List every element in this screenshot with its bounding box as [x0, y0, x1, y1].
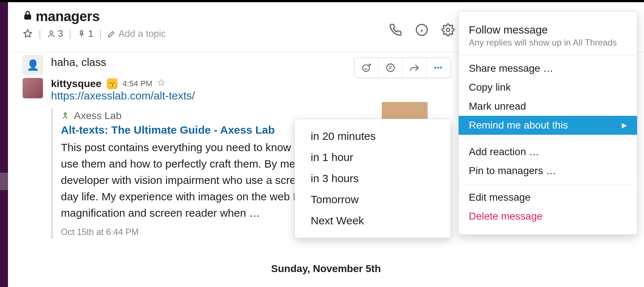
pin-message[interactable]: Pin to managers … — [459, 161, 637, 180]
username[interactable]: kittysquee — [51, 78, 102, 90]
svg-point-4 — [64, 113, 66, 115]
share-button[interactable] — [402, 58, 427, 78]
mark-unread[interactable]: Mark unread — [459, 97, 637, 116]
follow-message-subtitle: Any replies will show up in All Threads — [459, 38, 637, 51]
more-actions-button[interactable]: ••• — [427, 58, 451, 78]
share-message[interactable]: Share message … — [459, 59, 637, 78]
lock-icon — [23, 10, 33, 23]
pin-count[interactable]: 1 — [77, 28, 93, 39]
follow-message[interactable]: Follow message — [459, 20, 637, 38]
site-name: Axess Lab — [74, 110, 122, 122]
add-reaction-button[interactable] — [354, 58, 378, 78]
avatar[interactable]: 👤 — [23, 55, 43, 75]
add-reaction[interactable]: Add reaction … — [459, 142, 637, 161]
remind-option-nextweek[interactable]: Next Week — [295, 210, 451, 231]
sidebar-active-indicator — [0, 173, 8, 190]
main-panel: managers | 3 | 1 | Add a topic — [8, 2, 644, 287]
remind-option-tomorrow[interactable]: Tomorrow — [295, 189, 451, 210]
status-emoji-icon[interactable]: 😙 — [107, 78, 118, 89]
chevron-right-icon: ▶ — [622, 121, 627, 129]
svg-rect-0 — [25, 15, 31, 19]
message-context-menu: Follow message Any replies will show up … — [458, 11, 637, 235]
day-divider: Sunday, November 5th — [8, 263, 644, 275]
avatar[interactable] — [23, 78, 43, 98]
delete-message[interactable]: Delete message — [459, 207, 637, 226]
remind-me[interactable]: Remind me about this ▶ — [459, 116, 637, 135]
gear-icon[interactable] — [441, 23, 455, 38]
info-icon[interactable] — [415, 23, 428, 38]
copy-link[interactable]: Copy link — [459, 78, 637, 97]
star-icon[interactable] — [23, 29, 33, 39]
message-actions-bar: ••• — [354, 58, 451, 78]
remind-option-3hours[interactable]: in 3 hours — [295, 168, 451, 189]
call-icon[interactable] — [389, 23, 402, 38]
star-icon[interactable] — [157, 79, 165, 89]
remind-option-1hour[interactable]: in 1 hour — [295, 147, 451, 168]
site-favicon — [61, 111, 70, 120]
sidebar-sliver — [0, 2, 8, 287]
add-topic[interactable]: Add a topic — [107, 28, 166, 39]
remind-option-20min[interactable]: in 20 minutes — [295, 126, 451, 147]
svg-point-6 — [386, 64, 394, 72]
svg-point-5 — [362, 65, 369, 72]
edit-message[interactable]: Edit message — [459, 188, 637, 207]
start-thread-button[interactable] — [378, 58, 402, 78]
message-link[interactable]: https://axesslab.com/alt-texts/ — [51, 90, 195, 102]
channel-name[interactable]: managers — [36, 9, 100, 24]
member-count[interactable]: 3 — [47, 28, 63, 39]
message-timestamp[interactable]: 4:54 PM — [123, 79, 153, 89]
remind-submenu: in 20 minutes in 1 hour in 3 hours Tomor… — [294, 119, 451, 238]
svg-point-3 — [447, 28, 450, 32]
svg-point-1 — [50, 31, 53, 34]
